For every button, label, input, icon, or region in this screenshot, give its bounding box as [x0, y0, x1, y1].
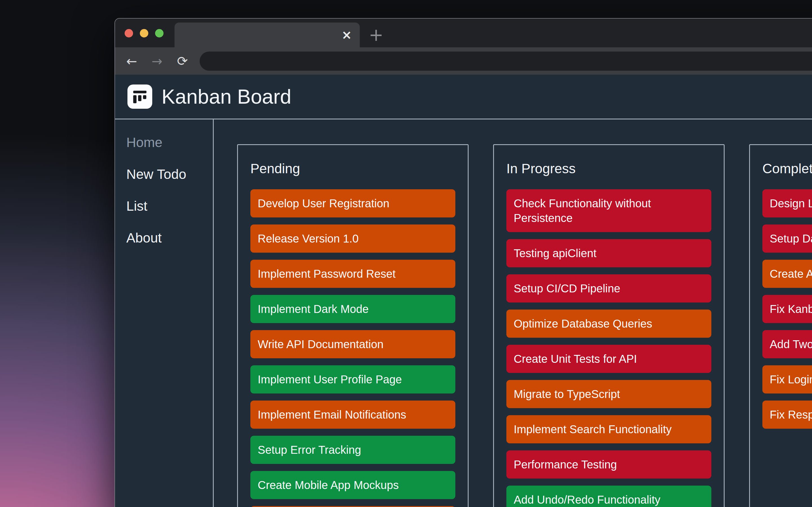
- column-title: Pending: [250, 161, 455, 176]
- task-card[interactable]: Check Functionality without Persistence: [506, 189, 711, 232]
- task-card[interactable]: Add Undo/Redo Functionality: [506, 486, 711, 507]
- column-pending: PendingDevelop User RegistrationRelease …: [237, 144, 469, 507]
- tab-close-icon[interactable]: ×: [342, 29, 352, 41]
- column-title: In Progress: [506, 161, 711, 176]
- task-card[interactable]: Fix Kanb: [762, 295, 812, 323]
- column-complet: CompletDesign LSetup DaCreate AFix KanbA…: [749, 144, 812, 507]
- browser-tab-bar: × +: [115, 18, 812, 47]
- task-card[interactable]: Fix Login: [762, 365, 812, 393]
- task-card[interactable]: Add Two: [762, 330, 812, 358]
- kanban-board: PendingDevelop User RegistrationRelease …: [214, 119, 812, 507]
- task-card[interactable]: Write API Documentation: [250, 330, 455, 358]
- browser-window: × + ← → ⟳ Kanban: [114, 18, 812, 507]
- app-header: Kanban Board: [115, 75, 812, 119]
- task-card[interactable]: Fix Resp: [762, 400, 812, 429]
- task-card[interactable]: Create Mobile App Mockups: [250, 471, 455, 499]
- task-card[interactable]: Create Unit Tests for API: [506, 345, 711, 373]
- app-body: HomeNew TodoListAbout PendingDevelop Use…: [115, 119, 812, 507]
- task-card[interactable]: Implement Email Notifications: [250, 400, 455, 429]
- traffic-lights: [124, 29, 163, 38]
- sidebar-item-new-todo[interactable]: New Todo: [126, 166, 213, 182]
- task-card[interactable]: Testing apiClient: [506, 239, 711, 267]
- window-minimize-button[interactable]: [140, 29, 148, 38]
- task-card[interactable]: Implement Search Functionality: [506, 415, 711, 443]
- task-card[interactable]: Implement Dark Mode: [250, 295, 455, 323]
- window-zoom-button[interactable]: [155, 29, 163, 38]
- window-close-button[interactable]: [124, 29, 133, 38]
- task-card[interactable]: Implement Password Reset: [250, 260, 455, 288]
- app-title: Kanban Board: [161, 85, 291, 108]
- browser-toolbar: ← → ⟳: [115, 47, 812, 75]
- kanban-logo-icon: [128, 84, 152, 109]
- new-tab-button[interactable]: +: [367, 22, 386, 47]
- task-card[interactable]: Implement User Profile Page: [250, 365, 455, 393]
- column-title: Complet: [762, 161, 812, 176]
- reload-icon[interactable]: ⟳: [174, 55, 191, 68]
- task-card[interactable]: Design L: [762, 189, 812, 217]
- task-card[interactable]: Develop User Registration: [250, 189, 455, 217]
- sidebar-item-about[interactable]: About: [126, 230, 213, 246]
- task-card[interactable]: Setup Error Tracking: [250, 436, 455, 464]
- sidebar-item-list[interactable]: List: [126, 198, 213, 214]
- task-card[interactable]: Create A: [762, 260, 812, 288]
- task-card[interactable]: Optimize Database Queries: [506, 309, 711, 338]
- task-card[interactable]: Performance Testing: [506, 450, 711, 478]
- task-card[interactable]: Setup CI/CD Pipeline: [506, 274, 711, 302]
- task-card[interactable]: Setup Da: [762, 224, 812, 252]
- task-card[interactable]: Release Version 1.0: [250, 224, 455, 252]
- forward-icon[interactable]: →: [149, 55, 165, 68]
- task-card[interactable]: Migrate to TypeScript: [506, 380, 711, 408]
- address-bar[interactable]: [200, 52, 812, 71]
- browser-tab[interactable]: ×: [174, 22, 360, 47]
- sidebar: HomeNew TodoListAbout: [115, 119, 213, 507]
- kanban-app: Kanban Board HomeNew TodoListAbout Pendi…: [115, 75, 812, 507]
- sidebar-item-home[interactable]: Home: [126, 135, 213, 151]
- column-in-progress: In ProgressCheck Functionality without P…: [493, 144, 725, 507]
- back-icon[interactable]: ←: [123, 55, 140, 68]
